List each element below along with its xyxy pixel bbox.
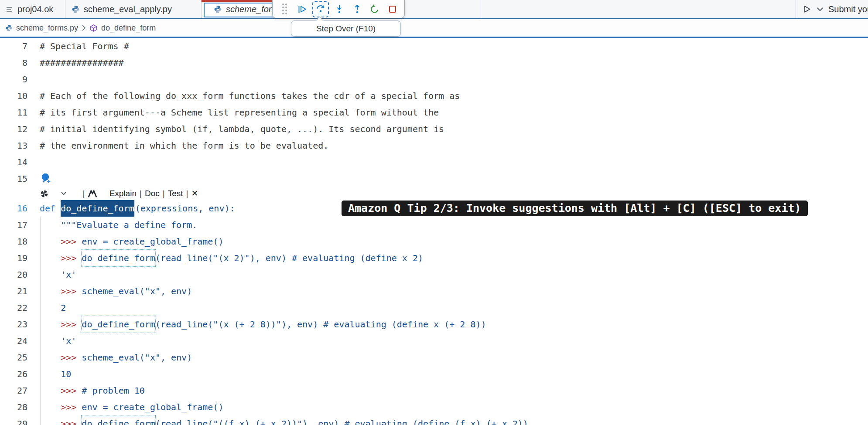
code-line-26[interactable]: 26 10 bbox=[0, 366, 868, 382]
separator: | bbox=[186, 187, 188, 200]
symbol-method-icon bbox=[89, 24, 98, 32]
codelens-row: | Explain | Doc | Test | ✕ bbox=[0, 187, 868, 200]
line-number[interactable]: 28 bbox=[0, 399, 27, 415]
code-token: # its first argument---a Scheme list rep… bbox=[40, 104, 439, 121]
code-line-17[interactable]: 17 """Evaluate a define form. bbox=[0, 217, 868, 233]
code-line-22[interactable]: 22 2 bbox=[0, 299, 868, 316]
line-number[interactable]: 16 bbox=[0, 200, 27, 217]
code-token: >>> bbox=[61, 382, 82, 399]
code-line-18[interactable]: 18 >>> env = create_global_frame() bbox=[0, 233, 868, 250]
line-number[interactable]: 7 bbox=[0, 38, 27, 54]
codelens-doc[interactable]: Doc bbox=[145, 187, 160, 200]
code-token: # initial identifying symbol (if, lambda… bbox=[40, 121, 444, 137]
code-token: do_define_form bbox=[81, 316, 156, 333]
line-number[interactable]: 10 bbox=[0, 88, 27, 104]
code-token bbox=[40, 233, 61, 250]
line-number[interactable]: 29 bbox=[0, 415, 27, 425]
code-token: >>> bbox=[61, 316, 82, 333]
code-token: >>> bbox=[61, 283, 82, 299]
code-token: # the environment in which the form is t… bbox=[40, 137, 328, 154]
code-line-13[interactable]: 13# the environment in which the form is… bbox=[0, 137, 868, 154]
line-number[interactable]: 21 bbox=[0, 283, 27, 299]
line-number[interactable]: 25 bbox=[0, 349, 27, 366]
continue-button[interactable] bbox=[295, 2, 310, 17]
code-lines: 7# Special Forms #8################910# … bbox=[0, 38, 868, 425]
code-token: 'x' bbox=[40, 333, 76, 349]
code-line-21[interactable]: 21 >>> scheme_eval("x", env) bbox=[0, 283, 868, 299]
code-token: (read_line("((f x) (+ x 2))"), env) # ev… bbox=[155, 415, 528, 425]
line-number[interactable]: 12 bbox=[0, 121, 27, 137]
line-number[interactable]: 19 bbox=[0, 250, 27, 266]
line-number[interactable]: 27 bbox=[0, 382, 27, 399]
code-line-25[interactable]: 25 >>> scheme_eval("x", env) bbox=[0, 349, 868, 366]
line-number[interactable]: 8 bbox=[0, 54, 27, 71]
code-token: def bbox=[40, 200, 61, 217]
line-number[interactable]: 24 bbox=[0, 333, 27, 349]
step-into-button[interactable] bbox=[332, 2, 347, 17]
line-number[interactable]: 11 bbox=[0, 104, 27, 121]
code-line-20[interactable]: 20 'x' bbox=[0, 266, 868, 283]
code-token: do_define_form bbox=[61, 200, 135, 217]
indent-guide bbox=[40, 217, 41, 425]
code-token: 10 bbox=[40, 366, 71, 382]
code-token: >>> bbox=[61, 233, 82, 250]
code-token: scheme_eval("x", env) bbox=[82, 349, 192, 366]
code-line-12[interactable]: 12# initial identifying symbol (if, lamb… bbox=[0, 121, 868, 137]
line-number[interactable]: 26 bbox=[0, 366, 27, 382]
code-editor[interactable]: 7# Special Forms #8################910# … bbox=[0, 38, 868, 425]
codelens-explain[interactable]: Explain bbox=[109, 187, 137, 200]
line-number[interactable]: 17 bbox=[0, 217, 27, 233]
code-line-23[interactable]: 23 >>> do_define_form(read_line("(x (+ 2… bbox=[0, 316, 868, 333]
code-line-11[interactable]: 11# its first argument---a Scheme list r… bbox=[0, 104, 868, 121]
tab-scheme-eval-apply[interactable]: scheme_eval_apply.py bbox=[65, 0, 202, 18]
code-line-8[interactable]: 8################ bbox=[0, 54, 868, 71]
code-token: do_define_form bbox=[81, 249, 156, 267]
line-number[interactable]: 9 bbox=[0, 71, 27, 88]
code-line-24[interactable]: 24 'x' bbox=[0, 333, 868, 349]
code-line-27[interactable]: 27 >>> # problem 10 bbox=[0, 382, 868, 399]
code-token: (read_line("(x 2)"), env) # evaluating (… bbox=[155, 250, 423, 266]
step-out-button[interactable] bbox=[350, 2, 365, 17]
restart-button[interactable] bbox=[367, 2, 382, 17]
run-dropdown-chevron-icon[interactable] bbox=[817, 7, 823, 11]
code-line-10[interactable]: 10# Each of the following do_xxx_form fu… bbox=[0, 88, 868, 104]
code-line-29[interactable]: 29 >>> do_define_form(read_line("((f x) … bbox=[0, 415, 868, 425]
amazon-q-tip: Amazon Q Tip 2/3: Invoke suggestions wit… bbox=[342, 201, 808, 216]
line-number[interactable]: 13 bbox=[0, 137, 27, 154]
line-number[interactable]: 14 bbox=[0, 154, 27, 170]
code-line-9[interactable]: 9 bbox=[0, 71, 868, 88]
tab-proj04-ok[interactable]: proj04.ok bbox=[0, 0, 65, 18]
breadcrumb-symbol[interactable]: do_define_form bbox=[101, 24, 156, 33]
toolbar-drag-handle[interactable] bbox=[277, 2, 292, 17]
codelens-dismiss-icon[interactable]: ✕ bbox=[191, 187, 198, 200]
tab-label: proj04.ok bbox=[17, 4, 53, 14]
submit-task-button[interactable]: Submit your bbox=[828, 4, 868, 14]
code-token bbox=[40, 316, 61, 333]
stop-button[interactable] bbox=[385, 2, 400, 17]
code-token bbox=[40, 415, 61, 425]
line-number[interactable]: 22 bbox=[0, 299, 27, 316]
code-token: env = create_global_frame() bbox=[82, 233, 223, 250]
line-number[interactable]: 15 bbox=[0, 170, 27, 187]
line-number[interactable]: 18 bbox=[0, 233, 27, 250]
breadcrumb: scheme_forms.py do_define_form bbox=[0, 19, 868, 38]
code-token bbox=[40, 399, 61, 415]
line-number[interactable]: 20 bbox=[0, 266, 27, 283]
code-line-19[interactable]: 19 >>> do_define_form(read_line("(x 2)")… bbox=[0, 250, 868, 266]
code-line-14[interactable]: 14 bbox=[0, 154, 868, 170]
code-token: >>> bbox=[61, 415, 82, 425]
line-number bbox=[0, 187, 27, 200]
step-over-button[interactable] bbox=[312, 1, 329, 17]
code-token: (expressions, env): bbox=[135, 200, 235, 217]
editor-actions: Submit your bbox=[796, 0, 868, 18]
codelens-test[interactable]: Test bbox=[168, 187, 183, 200]
line-number[interactable]: 23 bbox=[0, 316, 27, 333]
debug-toolbar bbox=[272, 0, 405, 18]
run-button[interactable] bbox=[802, 4, 812, 14]
breadcrumb-file[interactable]: scheme_forms.py bbox=[16, 24, 78, 33]
separator: | bbox=[163, 187, 165, 200]
code-line-28[interactable]: 28 >>> env = create_global_frame() bbox=[0, 399, 868, 415]
text-file-icon bbox=[6, 6, 14, 13]
code-line-15[interactable]: 15 bbox=[0, 170, 868, 187]
code-line-7[interactable]: 7# Special Forms # bbox=[0, 38, 868, 54]
